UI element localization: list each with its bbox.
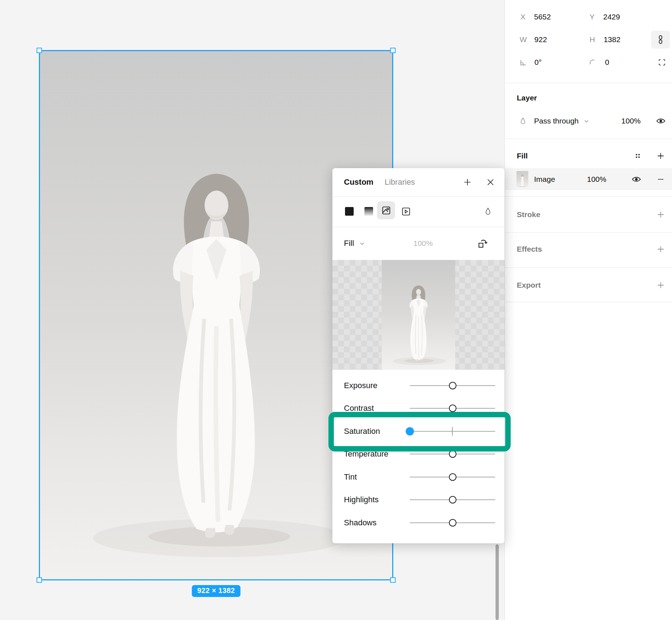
corner-radius-icon bbox=[589, 59, 596, 66]
slider-knob[interactable] bbox=[449, 450, 456, 458]
add-export-plus-icon[interactable] bbox=[656, 281, 665, 290]
slider-center-tick bbox=[452, 427, 453, 436]
fill-type-value[interactable]: Image bbox=[534, 175, 555, 184]
dimensions-badge: 922 × 1382 bbox=[192, 585, 241, 597]
remove-fill-minus-icon[interactable] bbox=[657, 175, 665, 183]
fill-mode-row: Fill 100% bbox=[332, 227, 505, 260]
fill-section-title: Fill bbox=[517, 152, 528, 160]
x-field[interactable]: X 5652 bbox=[520, 12, 551, 22]
slider-knob[interactable] bbox=[449, 519, 456, 526]
slider-label: Exposure bbox=[344, 381, 377, 390]
video-fill-icon[interactable] bbox=[401, 207, 411, 216]
height-label: H bbox=[590, 35, 595, 44]
gradient-fill-swatch[interactable] bbox=[364, 207, 373, 216]
selection-handle-top-left[interactable] bbox=[37, 48, 42, 53]
eye-icon[interactable] bbox=[631, 174, 641, 184]
canvas-vertical-scrollbar[interactable] bbox=[496, 544, 499, 620]
fill-image-thumbnail[interactable] bbox=[516, 171, 528, 187]
layer-section-title: Layer bbox=[517, 94, 537, 102]
y-value[interactable]: 2429 bbox=[603, 13, 620, 21]
fill-image-row[interactable]: Image 100% bbox=[505, 168, 672, 190]
adjustment-slider-row: Shadows bbox=[332, 511, 505, 534]
slider-label: Saturation bbox=[344, 427, 380, 436]
fill-settings-popup: Custom Libraries bbox=[332, 168, 505, 543]
slider-knob[interactable] bbox=[449, 496, 456, 504]
effects-section-header: Effects bbox=[505, 241, 672, 258]
fill-mode-dropdown[interactable]: Fill bbox=[344, 239, 365, 248]
adjustment-slider-row: Tint bbox=[332, 466, 505, 489]
fill-opacity-input[interactable]: 100% bbox=[413, 239, 433, 248]
width-label: W bbox=[520, 35, 527, 44]
height-value[interactable]: 1382 bbox=[604, 35, 621, 44]
add-style-plus-icon[interactable] bbox=[463, 178, 472, 187]
tab-libraries[interactable]: Libraries bbox=[385, 178, 415, 187]
adjustment-slider-row: Contrast bbox=[332, 397, 505, 420]
image-preview-photo[interactable] bbox=[382, 260, 455, 370]
rotation-angle-icon bbox=[519, 59, 527, 66]
adjustment-slider-row: Highlights bbox=[332, 489, 505, 512]
stroke-section-header: Stroke bbox=[505, 206, 672, 223]
layer-row: Pass through 100% bbox=[505, 112, 672, 130]
slider-knob[interactable] bbox=[449, 405, 456, 412]
width-field[interactable]: W 922 bbox=[520, 35, 547, 45]
rotate-image-icon[interactable] bbox=[477, 238, 488, 249]
tab-custom[interactable]: Custom bbox=[344, 178, 373, 187]
layer-opacity-value[interactable]: 100% bbox=[621, 117, 641, 125]
fill-mode-label: Fill bbox=[344, 239, 354, 248]
effects-section-title: Effects bbox=[517, 245, 542, 253]
constrain-proportions-icon bbox=[656, 35, 665, 44]
adjustment-slider-row: Temperature bbox=[332, 443, 505, 466]
slider-knob[interactable] bbox=[449, 473, 456, 481]
fill-type-row bbox=[332, 196, 505, 227]
eye-icon[interactable] bbox=[656, 116, 666, 126]
corner-radius-field[interactable]: 0 bbox=[589, 57, 609, 67]
selection-handle-top-right[interactable] bbox=[390, 48, 396, 53]
rotation-value[interactable]: 0° bbox=[534, 58, 542, 67]
x-label: X bbox=[520, 13, 525, 21]
chevron-down-icon bbox=[583, 118, 590, 124]
rotation-field[interactable]: 0° bbox=[519, 57, 542, 67]
chevron-down-icon bbox=[359, 241, 365, 247]
popup-header: Custom Libraries bbox=[332, 168, 505, 196]
export-section-title: Export bbox=[517, 281, 541, 289]
constrain-proportions-button[interactable] bbox=[651, 31, 670, 49]
export-section-header: Export bbox=[505, 277, 672, 294]
selection-handle-bottom-left[interactable] bbox=[37, 578, 42, 583]
x-value[interactable]: 5652 bbox=[534, 13, 551, 21]
selection-handle-bottom-right[interactable] bbox=[390, 578, 396, 583]
slider-knob[interactable] bbox=[449, 382, 456, 389]
independent-corners-icon[interactable] bbox=[658, 58, 666, 66]
y-label: Y bbox=[590, 13, 595, 21]
image-fill-button-selected[interactable] bbox=[377, 201, 395, 219]
add-stroke-plus-icon[interactable] bbox=[656, 210, 665, 219]
add-fill-plus-icon[interactable] bbox=[656, 152, 665, 161]
corner-radius-value[interactable]: 0 bbox=[605, 58, 609, 67]
image-preview-area bbox=[332, 260, 505, 370]
blend-mode-dropdown[interactable]: Pass through bbox=[534, 117, 590, 125]
blend-drop-icon[interactable] bbox=[484, 207, 492, 216]
fill-section-header: Fill bbox=[505, 148, 672, 164]
slider-label: Shadows bbox=[344, 518, 377, 527]
blend-mode-value: Pass through bbox=[534, 117, 579, 125]
fill-opacity-value[interactable]: 100% bbox=[587, 175, 606, 184]
slider-label: Tint bbox=[344, 472, 357, 482]
close-icon[interactable] bbox=[486, 178, 495, 187]
blend-drop-icon[interactable] bbox=[519, 117, 527, 125]
width-value[interactable]: 922 bbox=[534, 35, 547, 44]
popup-sliders: Exposure Contrast Saturation Temperature… bbox=[332, 370, 505, 534]
slider-label: Temperature bbox=[344, 449, 389, 459]
slider-label: Highlights bbox=[344, 495, 379, 504]
figma-editor-screen: 922 × 1382 X 5652 Y 2429 W 922 H 1382 bbox=[0, 0, 672, 620]
stroke-section-title: Stroke bbox=[517, 210, 540, 219]
slider-label: Contrast bbox=[344, 404, 374, 413]
solid-fill-swatch[interactable] bbox=[345, 207, 354, 216]
height-field[interactable]: H 1382 bbox=[590, 35, 621, 45]
y-field[interactable]: Y 2429 bbox=[590, 12, 620, 22]
right-sidebar: X 5652 Y 2429 W 922 H 1382 bbox=[505, 0, 672, 620]
slider-knob[interactable] bbox=[406, 427, 414, 435]
adjustment-slider-row-highlighted: Saturation bbox=[332, 420, 505, 443]
styles-grid-icon[interactable] bbox=[634, 152, 641, 160]
image-fill-icon bbox=[381, 206, 391, 215]
add-effect-plus-icon[interactable] bbox=[656, 245, 665, 254]
adjustment-slider-row: Exposure bbox=[332, 374, 505, 397]
